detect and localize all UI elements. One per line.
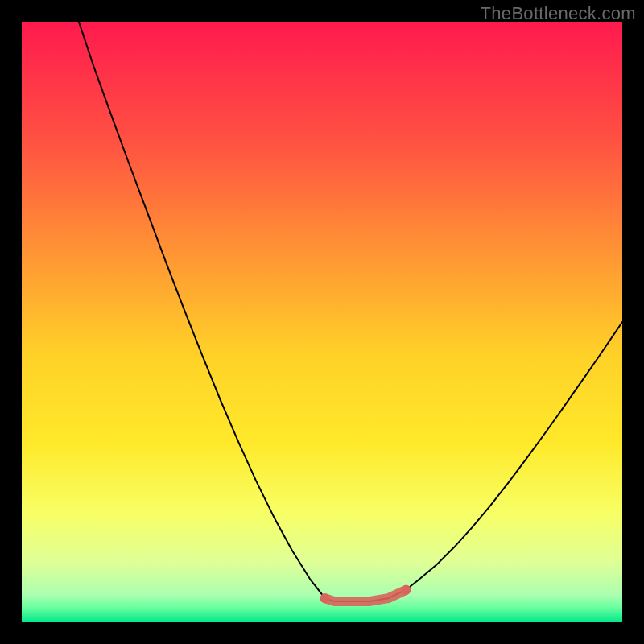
chart-svg bbox=[22, 22, 622, 622]
chart-area bbox=[22, 22, 622, 622]
watermark-text: TheBottleneck.com bbox=[481, 3, 636, 24]
gradient-bg bbox=[22, 22, 622, 622]
marker-dot bbox=[401, 585, 411, 595]
chart-container: TheBottleneck.com bbox=[0, 0, 644, 644]
marker-dot bbox=[320, 593, 330, 603]
